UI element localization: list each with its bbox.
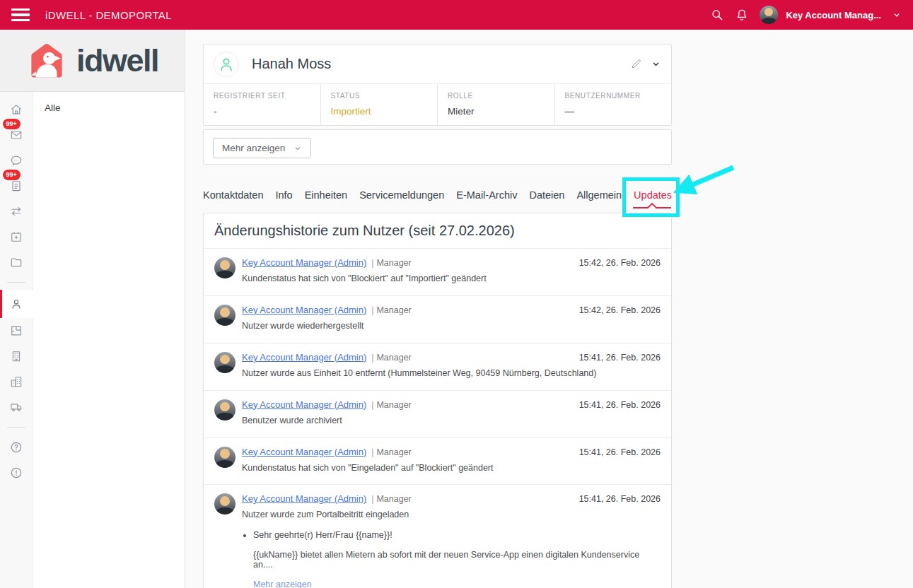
entry-author-link[interactable]: Key Account Manager (Admin) xyxy=(242,257,366,268)
entry-author-link[interactable]: Key Account Manager (Admin) xyxy=(242,352,366,363)
tab-servicemeldungen[interactable]: Servicemeldungen xyxy=(359,189,444,201)
nav-users-active[interactable] xyxy=(0,290,33,318)
app-header: iDWELL - DEMOPORTAL Key Account Manag... xyxy=(0,0,913,30)
entry-timestamp: 15:41, 26. Feb. 2026 xyxy=(571,353,661,363)
show-more-dropdown-button[interactable]: Mehr anzeigen xyxy=(213,138,311,158)
entry-role: Manager xyxy=(376,353,411,363)
show-more-link[interactable]: Mehr anzeigen xyxy=(253,580,312,588)
entry-timestamp: 15:41, 26. Feb. 2026 xyxy=(571,494,661,504)
entry-author-link[interactable]: Key Account Manager (Admin) xyxy=(242,447,366,457)
edit-pencil-icon[interactable] xyxy=(630,58,642,70)
alert-icon xyxy=(9,466,23,480)
entry-avatar xyxy=(214,352,235,373)
field-registered-since: REGISTRIERT SEIT - xyxy=(204,84,320,125)
history-entry: Key Account Manager (Admin) | Manager 15… xyxy=(204,390,671,437)
entry-detail-body: {{ukName}} bietet allen Mietern ab sofor… xyxy=(253,550,661,570)
entry-avatar xyxy=(214,399,235,421)
entry-message: Nutzer wurde zum Portalbeitritt eingelad… xyxy=(242,509,661,521)
tab-info[interactable]: Info xyxy=(275,189,292,201)
history-entry: Key Account Manager (Admin) | Manager 15… xyxy=(204,295,671,343)
entry-avatar xyxy=(214,493,235,514)
user-menu-label[interactable]: Key Account Manag... xyxy=(786,10,881,20)
filter-all-label[interactable]: Alle xyxy=(45,102,61,113)
entry-message: Kundenstatus hat sich von "Eingeladen" a… xyxy=(242,462,661,474)
history-entry: Key Account Manager (Admin) | Manager 15… xyxy=(204,248,671,295)
history-entry: Key Account Manager (Admin) | Manager 15… xyxy=(204,437,671,485)
entry-avatar xyxy=(214,305,235,326)
change-history-card: Änderungshistorie zum Nutzer (seit 27.02… xyxy=(203,213,672,588)
entry-detail-bullet: Sehr geehrte(r) Herr/Frau {{name}}! xyxy=(253,530,661,540)
nav-info[interactable] xyxy=(0,460,33,486)
notifications-bell-icon[interactable] xyxy=(735,8,749,22)
history-entry: Key Account Manager (Admin) | Manager 15… xyxy=(204,343,671,390)
entry-avatar xyxy=(214,447,235,468)
help-icon xyxy=(9,440,23,454)
entry-role: Manager xyxy=(376,305,411,315)
entry-role: Manager xyxy=(376,400,411,410)
tab-kontaktdaten[interactable]: Kontaktdaten xyxy=(203,189,263,201)
main-content: Hanah Moss REGISTRIERT SEIT - STATUS Imp… xyxy=(185,30,913,588)
entry-author-link[interactable]: Key Account Manager (Admin) xyxy=(242,305,366,315)
entry-role: Manager xyxy=(376,447,411,457)
logo-panel: idwell xyxy=(0,30,185,92)
chevron-down-icon xyxy=(293,144,302,153)
collapse-chevron-icon[interactable] xyxy=(651,59,661,69)
nav-services[interactable] xyxy=(0,394,33,420)
entry-timestamp: 15:42, 26. Feb. 2026 xyxy=(571,258,661,268)
chevron-down-icon[interactable] xyxy=(892,10,902,20)
nav-transfers[interactable] xyxy=(0,199,33,224)
entry-message: Benutzer wurde archiviert xyxy=(242,415,661,427)
idwell-logo-icon xyxy=(26,42,67,80)
field-status: STATUS Importiert xyxy=(320,84,438,125)
entry-message: Kundenstatus hat sich von "Blockiert" au… xyxy=(242,273,661,285)
entry-message: Nutzer wurde wiederhergestellt xyxy=(242,320,661,332)
entry-separator: | xyxy=(371,353,373,363)
active-tab-underline xyxy=(632,202,672,209)
person-icon xyxy=(9,297,23,311)
home-icon xyxy=(9,102,23,117)
nav-properties[interactable] xyxy=(0,369,33,394)
entry-message: Nutzer wurde aus Einheit 10 entfernt (Hu… xyxy=(242,368,661,380)
chat-icon xyxy=(9,153,23,167)
entry-timestamp: 15:42, 26. Feb. 2026 xyxy=(571,305,661,315)
nav-tasks[interactable]: 99+ xyxy=(0,173,33,199)
person-green-icon xyxy=(217,55,235,74)
tab-einheiten[interactable]: Einheiten xyxy=(305,189,347,201)
entry-author-link[interactable]: Key Account Manager (Admin) xyxy=(242,399,366,410)
history-entry: Key Account Manager (Admin) | Manager 15… xyxy=(204,484,671,588)
more-card: Mehr anzeigen xyxy=(203,129,672,165)
folder-icon xyxy=(9,255,23,269)
tab-updates-active[interactable]: Updates xyxy=(634,189,672,201)
nav-messages[interactable]: 99+ xyxy=(0,122,33,148)
building-icon xyxy=(9,349,23,363)
truck-icon xyxy=(9,400,23,414)
profile-avatar-placeholder xyxy=(214,52,239,77)
entry-separator: | xyxy=(371,258,373,268)
nav-building[interactable] xyxy=(0,343,33,369)
buildings-icon xyxy=(9,375,23,389)
sidebar: idwell 99+ 99+ xyxy=(0,30,185,588)
hamburger-menu-icon[interactable] xyxy=(11,8,30,21)
app-title: iDWELL - DEMOPORTAL xyxy=(45,9,172,21)
rail-divider xyxy=(7,427,25,428)
entry-timestamp: 15:41, 26. Feb. 2026 xyxy=(571,400,661,410)
tab-allgemein[interactable]: Allgemein xyxy=(576,189,622,201)
status-badge: Importiert xyxy=(331,106,438,117)
entry-role: Manager xyxy=(376,494,411,504)
search-icon[interactable] xyxy=(710,8,724,22)
filter-panel: Alle xyxy=(33,92,185,588)
entry-timestamp: 15:41, 26. Feb. 2026 xyxy=(571,447,661,457)
user-avatar[interactable] xyxy=(760,6,778,24)
profile-name: Hanah Moss xyxy=(252,56,331,72)
nav-help[interactable] xyxy=(0,435,33,460)
field-user-number: BENUTZERNUMMER — xyxy=(554,84,672,125)
entry-separator: | xyxy=(371,494,373,504)
entry-author-link[interactable]: Key Account Manager (Admin) xyxy=(242,493,366,504)
entry-role: Manager xyxy=(376,258,411,268)
nav-units[interactable] xyxy=(0,318,33,343)
tab-dateien[interactable]: Dateien xyxy=(529,189,564,201)
nav-files[interactable] xyxy=(0,249,33,275)
tab-email-archiv[interactable]: E-Mail-Archiv xyxy=(456,189,517,201)
nav-calendar[interactable] xyxy=(0,224,33,249)
logo-wordmark: idwell xyxy=(76,45,158,76)
